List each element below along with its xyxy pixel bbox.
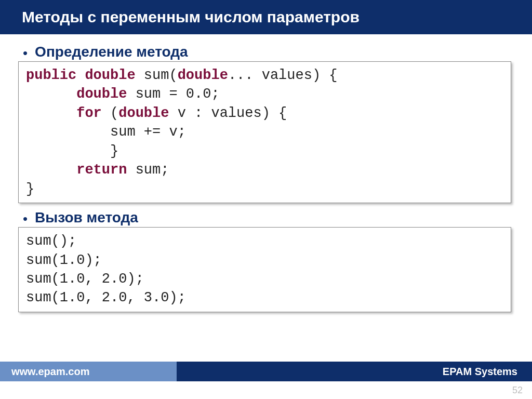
page-number: 52: [512, 385, 523, 396]
bullet-call: • Вызов метода: [23, 209, 516, 226]
bullet-icon: •: [23, 46, 28, 60]
bullet-icon: •: [23, 212, 28, 225]
code-block-definition: public double sum(double... values) { do…: [18, 61, 511, 203]
bullet-definition: • Определение метода: [23, 44, 516, 60]
bullet-text-call: Вызов метода: [35, 209, 138, 226]
code-block-call: sum(); sum(1.0); sum(1.0, 2.0); sum(1.0,…: [18, 227, 511, 312]
slide-content: • Определение метода public double sum(d…: [0, 34, 532, 312]
footer: www.epam.com EPAM Systems: [0, 362, 532, 381]
footer-left: www.epam.com: [0, 362, 177, 381]
slide-title: Методы с переменным числом параметров: [0, 0, 532, 34]
footer-right: EPAM Systems: [177, 362, 532, 381]
bullet-text-definition: Определение метода: [35, 44, 188, 60]
